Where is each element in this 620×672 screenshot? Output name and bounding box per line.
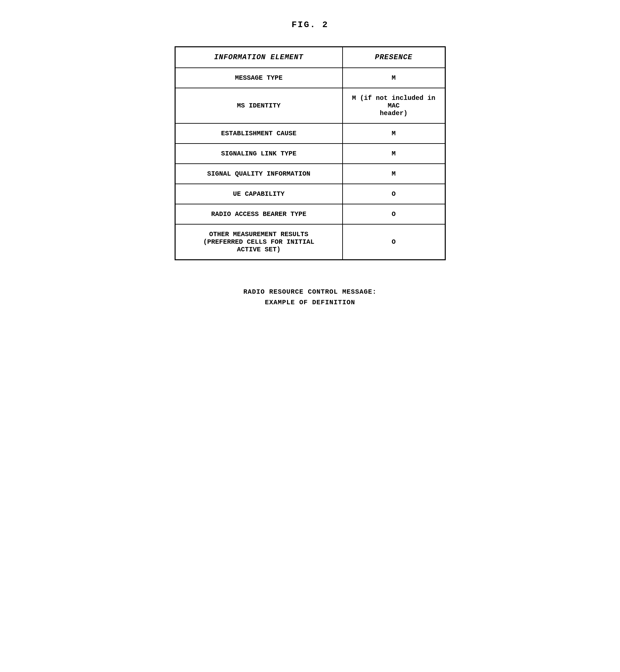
data-table: INFORMATION ELEMENT PRESENCE MESSAGE TYP… bbox=[174, 46, 446, 260]
table-row: RADIO ACCESS BEARER TYPEO bbox=[175, 204, 445, 224]
cell-presence-7: O bbox=[343, 224, 445, 260]
cell-presence-6: O bbox=[343, 204, 445, 224]
figure-caption: RADIO RESOURCE CONTROL MESSAGE: EXAMPLE … bbox=[243, 287, 377, 308]
cell-info-5: UE CAPABILITY bbox=[175, 184, 343, 204]
table-row: UE CAPABILITYO bbox=[175, 184, 445, 204]
cell-info-6: RADIO ACCESS BEARER TYPE bbox=[175, 204, 343, 224]
caption-line1: RADIO RESOURCE CONTROL MESSAGE: bbox=[243, 287, 377, 297]
caption-line2: EXAMPLE OF DEFINITION bbox=[243, 297, 377, 308]
table-header-row: INFORMATION ELEMENT PRESENCE bbox=[175, 47, 445, 68]
cell-info-0: MESSAGE TYPE bbox=[175, 68, 343, 88]
header-presence: PRESENCE bbox=[343, 47, 445, 68]
cell-presence-4: M bbox=[343, 164, 445, 184]
cell-info-3: SIGNALING LINK TYPE bbox=[175, 144, 343, 164]
table-row: OTHER MEASUREMENT RESULTS (PREFERRED CEL… bbox=[175, 224, 445, 260]
cell-info-1: MS IDENTITY bbox=[175, 88, 343, 123]
cell-presence-2: M bbox=[343, 123, 445, 144]
header-info-element: INFORMATION ELEMENT bbox=[175, 47, 343, 68]
cell-info-4: SIGNAL QUALITY INFORMATION bbox=[175, 164, 343, 184]
page-container: FIG. 2 INFORMATION ELEMENT PRESENCE MESS… bbox=[161, 13, 459, 308]
cell-presence-5: O bbox=[343, 184, 445, 204]
table-row: SIGNAL QUALITY INFORMATIONM bbox=[175, 164, 445, 184]
table-row: MS IDENTITYM (if not included in MAC hea… bbox=[175, 88, 445, 123]
table-row: SIGNALING LINK TYPEM bbox=[175, 144, 445, 164]
cell-info-2: ESTABLISHMENT CAUSE bbox=[175, 123, 343, 144]
cell-presence-0: M bbox=[343, 68, 445, 88]
table-row: MESSAGE TYPEM bbox=[175, 68, 445, 88]
cell-info-7: OTHER MEASUREMENT RESULTS (PREFERRED CEL… bbox=[175, 224, 343, 260]
cell-presence-3: M bbox=[343, 144, 445, 164]
table-row: ESTABLISHMENT CAUSEM bbox=[175, 123, 445, 144]
cell-presence-1: M (if not included in MAC header) bbox=[343, 88, 445, 123]
figure-title: FIG. 2 bbox=[292, 20, 329, 30]
